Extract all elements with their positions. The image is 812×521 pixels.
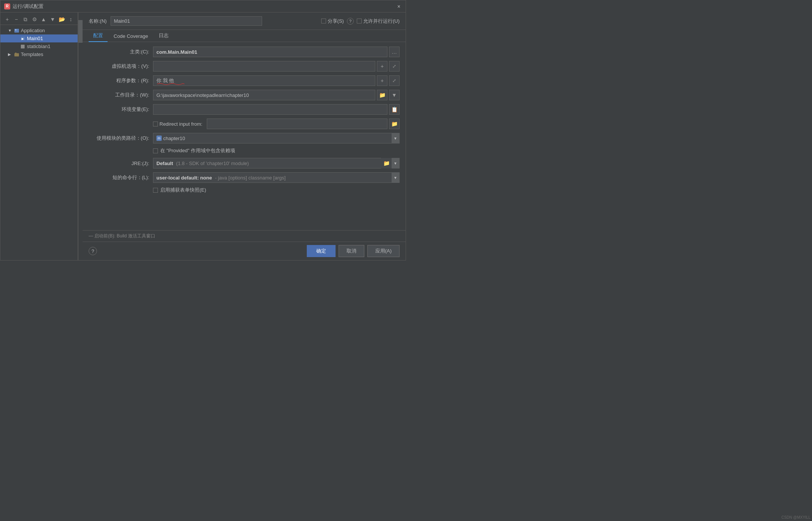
application-folder-icon bbox=[14, 28, 19, 33]
program-args-expand-button[interactable]: ⤢ bbox=[389, 75, 400, 86]
env-vars-label: 环境变量(E): bbox=[89, 106, 149, 113]
working-dir-field: 📁 ▼ bbox=[153, 90, 400, 100]
short-cmdline-content: user-local default: none - java [options… bbox=[153, 173, 392, 182]
program-args-add-button[interactable]: + bbox=[377, 75, 387, 86]
vm-options-input[interactable] bbox=[153, 61, 375, 72]
short-cmdline-row: 短的命令行：(L): user-local default: none - ja… bbox=[89, 172, 400, 183]
title-bar: R 运行/调试配置 × bbox=[0, 0, 406, 12]
redirect-browse-button[interactable]: 📁 bbox=[389, 119, 400, 129]
vm-options-add-button[interactable]: + bbox=[377, 61, 387, 72]
tab-coverage[interactable]: Code Coverage bbox=[109, 31, 153, 42]
staticbian1-label: staticbian1 bbox=[27, 44, 50, 49]
program-args-input[interactable] bbox=[153, 75, 375, 86]
close-button[interactable]: × bbox=[396, 3, 402, 9]
svg-rect-0 bbox=[14, 29, 19, 33]
help-button[interactable]: ? bbox=[347, 18, 354, 25]
name-row: 名称:(N) 分享(S) ? 允许并行运行(U) bbox=[83, 12, 406, 30]
name-input[interactable] bbox=[111, 16, 262, 26]
tree-staticbian1-item[interactable]: staticbian1 bbox=[0, 42, 78, 50]
tree-templates-group[interactable]: ▶ Templates bbox=[0, 50, 78, 58]
main-class-input[interactable] bbox=[153, 47, 387, 57]
working-dir-input[interactable] bbox=[153, 90, 375, 100]
module-dropdown-arrow[interactable]: ▼ bbox=[392, 133, 399, 144]
copy-config-button[interactable]: ⧉ bbox=[22, 16, 29, 23]
run-debug-config-dialog: R 运行/调试配置 × + − ⧉ ⚙ ▲ ▼ 📂 ↕ ▼ bbox=[0, 0, 406, 260]
env-vars-input[interactable] bbox=[153, 104, 387, 115]
move-down-button[interactable]: ▼ bbox=[49, 16, 56, 23]
module-classpath-label: 使用模块的类路径：(O): bbox=[89, 135, 149, 142]
main01-config-icon: ▶ bbox=[20, 36, 25, 41]
title-bar-left: R 运行/调试配置 bbox=[4, 3, 44, 10]
templates-label: Templates bbox=[21, 51, 43, 57]
settings-button[interactable]: ⚙ bbox=[31, 16, 38, 23]
tab-log[interactable]: 日志 bbox=[154, 30, 173, 42]
vm-options-expand-button[interactable]: ⤢ bbox=[389, 61, 400, 72]
share-checkbox-item[interactable]: 分享(S) bbox=[321, 18, 344, 25]
short-cmdline-label: 短的命令行：(L): bbox=[89, 174, 149, 181]
working-dir-row: 工作目录：(W): 📁 ▼ bbox=[89, 90, 400, 100]
parallel-label: 允许并行运行(U) bbox=[363, 18, 400, 25]
footer-help[interactable]: ? bbox=[89, 247, 97, 255]
move-up-button[interactable]: ▲ bbox=[40, 16, 47, 23]
share-checkbox[interactable] bbox=[321, 19, 326, 23]
main-content: + − ⧉ ⚙ ▲ ▼ 📂 ↕ ▼ Application bbox=[0, 12, 406, 260]
capture-snapshot-checkbox[interactable] bbox=[153, 188, 158, 193]
module-icon: m bbox=[156, 136, 162, 141]
add-config-button[interactable]: + bbox=[3, 16, 11, 23]
footer-help-button[interactable]: ? bbox=[89, 247, 97, 255]
jre-browse-button[interactable]: 📁 bbox=[381, 158, 392, 168]
apply-button[interactable]: 应用(A) bbox=[367, 245, 400, 257]
redirect-row: Redirect input from: 📁 bbox=[89, 119, 400, 129]
program-args-field: + ⤢ bbox=[153, 75, 400, 86]
tree-application-group[interactable]: ▼ Application bbox=[0, 27, 78, 34]
left-panel: + − ⧉ ⚙ ▲ ▼ 📂 ↕ ▼ Application bbox=[0, 12, 78, 260]
svg-text:▶: ▶ bbox=[22, 37, 24, 41]
provided-scope-row: 在 "Provided" 作用域中包含依赖项 bbox=[89, 147, 400, 154]
jre-label: JRE:(J): bbox=[89, 161, 149, 166]
left-scrollbar-thumb bbox=[78, 20, 83, 43]
app-logo-icon: R bbox=[4, 3, 10, 9]
main-class-browse-button[interactable]: … bbox=[389, 47, 400, 57]
jre-dropdown[interactable]: Default (1.8 - SDK of 'chapter10' module… bbox=[153, 158, 400, 168]
module-dropdown-content: m chapter10 bbox=[153, 134, 392, 143]
module-classpath-field: m chapter10 ▼ bbox=[153, 133, 400, 144]
cancel-button[interactable]: 取消 bbox=[339, 245, 364, 257]
folder-button[interactable]: 📂 bbox=[58, 16, 66, 23]
redirect-checkbox[interactable] bbox=[153, 122, 158, 126]
main-class-label: 主类:(C): bbox=[89, 48, 149, 55]
share-label: 分享(S) bbox=[328, 18, 344, 25]
sort-button[interactable]: ↕ bbox=[67, 16, 75, 23]
share-row: 分享(S) ? 允许并行运行(U) bbox=[321, 18, 400, 25]
left-scrollbar[interactable] bbox=[78, 12, 83, 260]
module-value: chapter10 bbox=[163, 136, 185, 141]
module-dropdown[interactable]: m chapter10 ▼ bbox=[153, 133, 400, 144]
ok-button[interactable]: 确定 bbox=[307, 245, 336, 257]
dialog-title: 运行/调试配置 bbox=[12, 3, 44, 10]
name-label: 名称:(N) bbox=[89, 18, 107, 25]
redirect-input[interactable] bbox=[207, 119, 387, 129]
vm-options-field: + ⤢ bbox=[153, 61, 400, 72]
parallel-checkbox-item[interactable]: 允许并行运行(U) bbox=[357, 18, 400, 25]
main01-label: Main01 bbox=[27, 36, 43, 41]
main-class-field: … bbox=[153, 47, 400, 57]
short-cmdline-field: user-local default: none - java [options… bbox=[153, 172, 400, 183]
provided-scope-checkbox[interactable] bbox=[153, 148, 158, 153]
short-cmdline-value: user-local default: none bbox=[156, 175, 212, 181]
working-dir-browse-button[interactable]: 📁 bbox=[377, 90, 387, 100]
working-dir-label: 工作目录：(W): bbox=[89, 92, 149, 98]
program-args-row: 程序参数：(R): + ⤢ bbox=[89, 75, 400, 86]
short-cmdline-dropdown[interactable]: user-local default: none - java [options… bbox=[153, 172, 400, 183]
env-vars-browse-button[interactable]: 📋 bbox=[389, 104, 400, 115]
vm-options-row: 虚拟机选项：(V): + ⤢ bbox=[89, 61, 400, 72]
jre-dropdown-arrow[interactable]: ▼ bbox=[392, 158, 399, 168]
tab-config[interactable]: 配置 bbox=[89, 30, 108, 42]
redirect-label: Redirect input from: bbox=[159, 121, 202, 127]
tabs-row: 配置 Code Coverage 日志 bbox=[83, 30, 406, 42]
tree-main01-item[interactable]: ▶ Main01 bbox=[0, 34, 78, 42]
left-toolbar: + − ⧉ ⚙ ▲ ▼ 📂 ↕ bbox=[0, 14, 78, 25]
remove-config-button[interactable]: − bbox=[12, 16, 20, 23]
working-dir-dropdown-button[interactable]: ▼ bbox=[389, 90, 400, 100]
provided-scope-label: 在 "Provided" 作用域中包含依赖项 bbox=[160, 147, 235, 154]
parallel-checkbox[interactable] bbox=[357, 19, 362, 23]
short-cmdline-arrow[interactable]: ▼ bbox=[392, 172, 399, 183]
